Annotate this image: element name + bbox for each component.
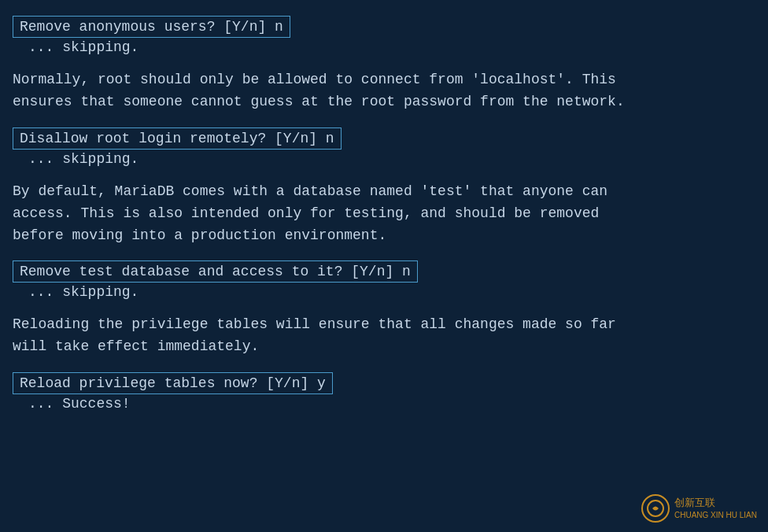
disallow-root-prompt: Disallow root login remotely? [Y/n] n: [13, 127, 342, 150]
test-db-paragraph: By default, MariaDB comes with a databas…: [13, 181, 755, 247]
watermark-line1: 创新互联: [674, 497, 757, 510]
watermark-icon: [641, 494, 670, 523]
remove-test-db-prompt: Remove test database and access to it? […: [13, 260, 418, 283]
remove-anonymous-result: ... skipping.: [13, 39, 755, 55]
remove-test-db-section: Remove test database and access to it? […: [13, 260, 755, 300]
root-localhost-paragraph: Normally, root should only be allowed to…: [13, 69, 755, 113]
watermark: 创新互联 CHUANG XIN HU LIAN: [641, 494, 757, 523]
disallow-root-result: ... skipping.: [13, 151, 755, 167]
reload-tables-prompt: Reload privilege tables now? [Y/n] y: [13, 372, 333, 394]
remove-anonymous-section: Remove anonymous users? [Y/n] n ... skip…: [13, 16, 755, 55]
reload-tables-result: ... Success!: [13, 396, 755, 412]
remove-test-db-result: ... skipping.: [13, 284, 755, 300]
reload-paragraph: Reloading the privilege tables will ensu…: [13, 314, 755, 358]
watermark-text: 创新互联 CHUANG XIN HU LIAN: [674, 497, 757, 520]
reload-tables-section: Reload privilege tables now? [Y/n] y ...…: [13, 372, 755, 412]
remove-anonymous-prompt: Remove anonymous users? [Y/n] n: [13, 16, 290, 38]
disallow-root-section: Disallow root login remotely? [Y/n] n ..…: [13, 127, 755, 167]
watermark-line2: CHUANG XIN HU LIAN: [674, 510, 757, 520]
